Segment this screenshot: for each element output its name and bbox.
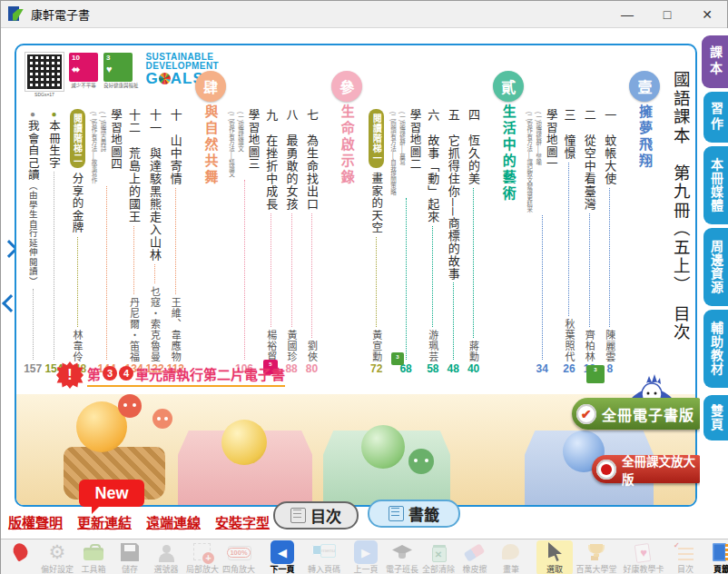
dotted-leader (609, 188, 610, 327)
corner-zoom-button[interactable]: 100%四角放大 (221, 540, 257, 574)
footer-link-2[interactable]: 遠端連線 (146, 512, 201, 531)
toolbox-button[interactable]: 工具箱 (75, 540, 112, 574)
toc-lesson[interactable]: 八 最勇敢的女孩黃國珍88 (282, 71, 300, 376)
dotted-leader (376, 237, 377, 328)
sidebar-tab-auxiliary[interactable]: 輔助教材 (703, 310, 728, 388)
number-picker-button[interactable]: 選號器 (148, 540, 184, 574)
goto-page-button[interactable]: menu轉入頁碼 (300, 540, 348, 574)
lesson-author: 劉俠 (304, 341, 319, 362)
sidebar-tab-resources[interactable]: 周邊資源 (703, 228, 728, 306)
section-badge-icon: 壹 (629, 71, 660, 102)
sidebar-tab-textbook[interactable]: 課本 (702, 35, 728, 88)
clear-all-button[interactable]: ✕全部清除 (420, 540, 457, 574)
dotted-leader (33, 289, 34, 360)
full-text-large-button[interactable]: 全冊課文放大版 (592, 455, 701, 483)
illustration-red-character (118, 394, 142, 418)
pin-icon[interactable] (3, 540, 39, 563)
toc-lesson[interactable]: 三 憧憬秋葉照代26 (560, 71, 577, 376)
reading-ladder-badge: 閱讀階梯一 (369, 109, 384, 168)
record-icon (596, 460, 616, 480)
select-button[interactable]: 選取 (536, 540, 573, 574)
lesson-title: 一 蚊帳大使 (601, 109, 618, 185)
tab-bookmark[interactable]: 書籤 (368, 500, 460, 528)
save-button[interactable]: 儲存 (112, 540, 148, 574)
toolbar-label: 目次 (677, 563, 694, 574)
section-name: 擁夢飛翔 (635, 104, 654, 170)
maximize-button[interactable]: □ (647, 1, 687, 27)
learning-map-note: (一)認識古典詩 (98, 112, 107, 183)
section-header: 肆與自然共舞 (195, 71, 226, 376)
toclist-icon: ✓ (674, 540, 697, 564)
dotted-leader (133, 226, 134, 294)
lesson-author: 游珮芸 (426, 330, 440, 362)
teaching-cards-button[interactable]: ♥好康教學卡 (620, 540, 667, 574)
quiz-academy-button[interactable]: 百萬大學堂 (573, 540, 620, 574)
extra-sublabel: （由學生自行延伸閱讀） (28, 182, 38, 287)
footer-link-1[interactable]: 更新連結 (77, 512, 132, 531)
toolbar-label: 儲存 (122, 563, 138, 574)
lesson-page-number: 48 (448, 362, 459, 376)
toc-lesson[interactable]: 四 恆久的美蔣勳40 (465, 71, 482, 376)
bookmark-tab-icon (389, 506, 404, 521)
page-tabs-button[interactable]: 頁籤 (703, 540, 728, 574)
lesson-title: 二 從空中看臺灣 (581, 109, 598, 211)
new-badge: New (79, 480, 144, 507)
lesson-title: 十一 與達駭黑熊走入山林 (146, 109, 163, 262)
toc-learning-map[interactable]: 學習地圖三(一)認識議論文(二)寫作有方法──議論文106 (229, 71, 260, 376)
check-icon: ✔ (576, 404, 596, 424)
prev-page-button[interactable]: ▶上一頁 (348, 540, 384, 574)
toc-lesson[interactable]: 九 在挫折中成長楊裕貿96 (262, 71, 280, 376)
toc-lesson[interactable]: 十二 荒島上的國王丹尼爾・笛福134 (125, 71, 143, 376)
toc-lesson[interactable]: 一 蚊帳大使陳麗雲8 (601, 71, 618, 376)
dotted-leader (271, 213, 271, 327)
captain-icon (390, 540, 414, 564)
learning-map-note: (一)認識修辭──摹寫 (398, 112, 407, 195)
illustration-green-character (408, 449, 434, 474)
sidebar-tab-dualpage[interactable]: 雙頁 (703, 395, 728, 440)
preferences-button[interactable]: ⚙偏好設定 (39, 540, 75, 574)
toc-reading-ladder[interactable]: 閱讀階梯一畫家的天空黃宣勳72 (365, 71, 388, 376)
toc-lesson[interactable]: 十一 與達駭黑熊走入山林乜寇・索克魯曼122 (146, 71, 164, 376)
sidebar-tabs: 課本 習作 本冊媒體 周邊資源 輔助教材 雙頁 (700, 28, 728, 539)
lesson-page-number: 8 (606, 362, 613, 376)
eraser-button[interactable]: 橡皮擦 (457, 540, 493, 574)
toc-learning-map[interactable]: 學習地圖四(一)認識古典詩(二)寫作有方法──故事寫作144 (92, 71, 123, 376)
section-header: 壹擁夢飛翔 (629, 71, 660, 376)
partial-zoom-button[interactable]: +局部放大 (184, 540, 221, 574)
bullet-icon: ● (49, 109, 59, 120)
sidebar-tab-workbook[interactable]: 習作 (703, 92, 728, 143)
learning-map-title: 學習地圖三 (245, 109, 262, 177)
toc-lesson[interactable]: 六 故事「動」起來游珮芸58 (424, 71, 441, 376)
footer-link-3[interactable]: 安裝字型 (215, 512, 270, 531)
minimize-button[interactable]: — (607, 1, 647, 27)
exclamation-icon: ! (56, 361, 84, 389)
close-window-button[interactable]: ✕ (687, 1, 727, 27)
picker-icon (154, 540, 178, 564)
toc-lesson[interactable]: 五 它抓得住你──商標的故事48 (445, 71, 462, 376)
toc-extra[interactable]: ●我會自己讀（由學生自行延伸閱讀）157 (24, 71, 42, 376)
app-title: 康軒電子書 (31, 5, 90, 23)
toc-extra[interactable]: ●本冊生字154 (44, 71, 63, 376)
lesson-author: 乜寇・索克魯曼 (148, 286, 162, 362)
toc-button[interactable]: ✓目次 (667, 540, 703, 574)
toc-reading-ladder[interactable]: 閱讀階梯二分享的金牌林韋伶148 (66, 71, 89, 376)
e-captain-button[interactable]: 電子班長 (384, 540, 420, 574)
toc-lesson[interactable]: 七 為生命找出口劉俠80 (303, 71, 320, 376)
sidebar-tab-media[interactable]: 本冊媒體 (703, 146, 728, 224)
learning-map-title: 學習地圖四 (107, 109, 124, 183)
full-ebook-button[interactable]: ✔ 全冊電子書版 (572, 398, 701, 430)
footer-links: 版權聲明更新連結遠端連線安裝字型 (8, 512, 270, 531)
toc-learning-map[interactable]: 學習地圖一(一)認識修辭──譬喻(二)寫作有方法──讓記敘文變得更精采34 (526, 71, 557, 376)
toc-learning-map[interactable]: 學習地圖二(一)認識修辭──摹寫(二)閱讀有方法──自我提問策略68 (390, 71, 421, 376)
toolbar-label: 局部放大 (186, 563, 219, 574)
lesson-title: 八 最勇敢的女孩 (283, 109, 300, 211)
tab-toc[interactable]: 目次 (273, 501, 359, 529)
toc-lesson[interactable]: 二 從空中看臺灣齊柏林18 (581, 71, 598, 376)
toolbar-label: 畫筆 (503, 563, 519, 574)
brush-button[interactable]: 畫筆 (493, 540, 529, 574)
dotted-leader (77, 237, 78, 328)
clear-icon: ✕ (427, 540, 450, 564)
footer-link-0[interactable]: 版權聲明 (8, 512, 63, 531)
toc-lesson[interactable]: 十 山中寄情王維、韋應物112 (167, 71, 184, 376)
next-page-button[interactable]: ◀下一頁 (264, 540, 300, 574)
